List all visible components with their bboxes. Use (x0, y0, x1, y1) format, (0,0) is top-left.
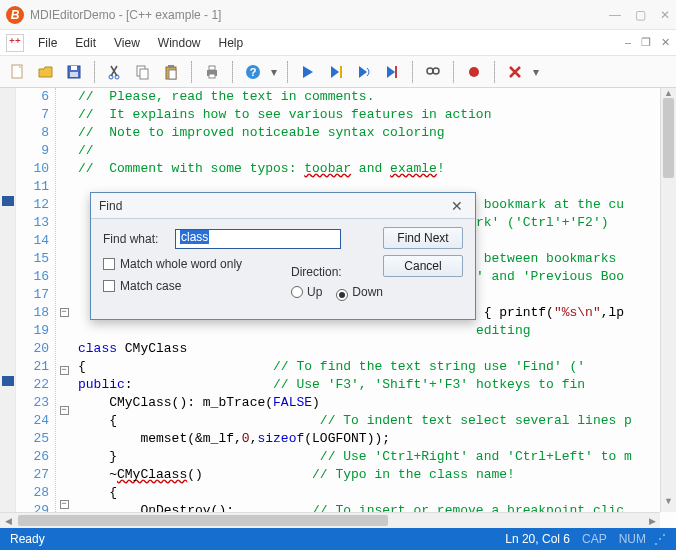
line-number: 9 (16, 142, 49, 160)
menu-window[interactable]: Window (150, 33, 209, 53)
svg-rect-12 (209, 66, 215, 70)
fold-toggle-icon[interactable]: − (60, 500, 69, 509)
svg-rect-13 (209, 74, 215, 78)
help-button[interactable]: ? (241, 60, 265, 84)
child-close-button[interactable]: ✕ (661, 36, 670, 49)
line-number: 20 (16, 340, 49, 358)
cancel-button[interactable]: Cancel (383, 255, 463, 277)
bookmark-gutter[interactable] (0, 88, 16, 528)
step-over-button[interactable] (352, 60, 376, 84)
toolbar: ? ▾ ▾ (0, 56, 676, 88)
maximize-button[interactable]: ▢ (635, 8, 646, 22)
app-icon: B (6, 6, 24, 24)
horizontal-scrollbar[interactable]: ◀ ▶ (0, 512, 660, 528)
code-line[interactable]: class CMyClass (78, 340, 676, 358)
line-number: 11 (16, 178, 49, 196)
fold-gutter[interactable]: −−−− (56, 88, 72, 528)
code-line[interactable]: editing (78, 322, 676, 340)
fold-toggle-icon[interactable]: − (60, 406, 69, 415)
open-file-button[interactable] (34, 60, 58, 84)
match-case-checkbox[interactable]: Match case (103, 279, 463, 293)
code-line[interactable]: { // To indent text select several lines… (78, 412, 676, 430)
line-number: 22 (16, 376, 49, 394)
line-number: 18 (16, 304, 49, 322)
paste-button[interactable] (159, 60, 183, 84)
code-line[interactable]: // It explains how to see various featur… (78, 106, 676, 124)
code-line[interactable]: // Please, read the text in comments. (78, 88, 676, 106)
line-number: 12 (16, 196, 49, 214)
find-titlebar[interactable]: Find ✕ (91, 193, 475, 219)
code-line[interactable]: memset(&m_lf,0,sizeof(LOGFONT)); (78, 430, 676, 448)
status-grip-icon: ⋰ (654, 532, 666, 546)
status-num: NUM (619, 532, 646, 546)
print-button[interactable] (200, 60, 224, 84)
help-dropdown[interactable]: ▾ (269, 60, 279, 84)
svg-rect-7 (140, 69, 148, 79)
minimize-button[interactable]: — (609, 8, 621, 22)
find-dialog: Find ✕ Find what: class Find Next Cancel… (90, 192, 476, 320)
line-number: 17 (16, 286, 49, 304)
code-line[interactable]: { // To find the text string use 'Find' … (78, 358, 676, 376)
run-button[interactable] (296, 60, 320, 84)
mdi-child-icon[interactable]: ⁺⁺ (6, 34, 24, 52)
statusbar: Ready Ln 20, Col 6 CAP NUM ⋰ (0, 528, 676, 550)
direction-group: Direction: Up Down (291, 265, 383, 301)
child-minimize-button[interactable]: – (625, 36, 631, 49)
vertical-scrollbar[interactable]: ▲ ▼ (660, 88, 676, 512)
status-pos: Ln 20, Col 6 (505, 532, 570, 546)
line-number: 24 (16, 412, 49, 430)
record-button[interactable] (462, 60, 486, 84)
line-number: 15 (16, 250, 49, 268)
line-number: 8 (16, 124, 49, 142)
line-number: 13 (16, 214, 49, 232)
line-number: 23 (16, 394, 49, 412)
find-button[interactable] (421, 60, 445, 84)
checkbox-icon (103, 280, 115, 292)
line-number: 26 (16, 448, 49, 466)
line-number: 27 (16, 466, 49, 484)
step-out-button[interactable] (380, 60, 404, 84)
svg-rect-9 (168, 65, 174, 68)
menu-edit[interactable]: Edit (67, 33, 104, 53)
svg-point-19 (469, 67, 479, 77)
bookmark-icon[interactable] (2, 196, 14, 206)
line-number: 28 (16, 484, 49, 502)
line-number-gutter: 6789101112131415161718192021222324252627… (16, 88, 56, 528)
menu-help[interactable]: Help (211, 33, 252, 53)
run-cursor-button[interactable] (324, 60, 348, 84)
stop-button[interactable] (503, 60, 527, 84)
fold-toggle-icon[interactable]: − (60, 366, 69, 375)
find-what-input[interactable]: class (175, 229, 341, 249)
copy-button[interactable] (131, 60, 155, 84)
hscroll-thumb[interactable] (18, 515, 388, 526)
code-line[interactable]: { (78, 484, 676, 502)
titlebar: B MDIEditorDemo - [C++ example - 1] — ▢ … (0, 0, 676, 30)
menu-view[interactable]: View (106, 33, 148, 53)
cut-button[interactable] (103, 60, 127, 84)
line-number: 16 (16, 268, 49, 286)
find-next-button[interactable]: Find Next (383, 227, 463, 249)
close-button[interactable]: ✕ (660, 8, 670, 22)
code-line[interactable]: } // Use 'Ctrl+Right' and 'Ctrl+Left' to… (78, 448, 676, 466)
direction-up-radio[interactable]: Up (291, 285, 322, 301)
vscroll-thumb[interactable] (663, 98, 674, 178)
line-number: 6 (16, 88, 49, 106)
fold-toggle-icon[interactable]: − (60, 308, 69, 317)
new-file-button[interactable] (6, 60, 30, 84)
radio-icon (291, 286, 303, 298)
code-line[interactable]: // Note to improved noticeable syntax co… (78, 124, 676, 142)
match-whole-word-label: Match whole word only (120, 257, 242, 271)
bookmark-icon[interactable] (2, 376, 14, 386)
direction-down-radio[interactable]: Down (336, 285, 383, 301)
code-line[interactable]: CMyClass(): m_bTrace(FALSE) (78, 394, 676, 412)
save-file-button[interactable] (62, 60, 86, 84)
code-line[interactable]: // (78, 142, 676, 160)
code-line[interactable]: public: // Use 'F3', 'Shift'+'F3' hotkey… (78, 376, 676, 394)
code-line[interactable]: ~CMyClaass() // Typo in the class name! (78, 466, 676, 484)
child-restore-button[interactable]: ❐ (641, 36, 651, 49)
code-line[interactable]: // Comment with some typos: toobar and e… (78, 160, 676, 178)
find-close-button[interactable]: ✕ (447, 198, 467, 214)
stop-dropdown[interactable]: ▾ (531, 60, 541, 84)
menu-file[interactable]: File (30, 33, 65, 53)
line-number: 10 (16, 160, 49, 178)
